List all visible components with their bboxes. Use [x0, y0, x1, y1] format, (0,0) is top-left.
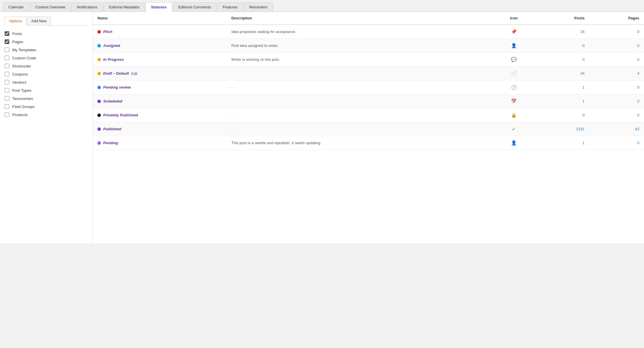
top-tab-features[interactable]: Features — [217, 2, 243, 12]
status-posts-privately-published[interactable]: 0 — [537, 108, 589, 122]
table-row: PitchIdea proposed; waiting for acceptan… — [93, 25, 644, 39]
status-desc-assigned: Post idea assigned to writer. — [227, 39, 491, 53]
status-link-published[interactable]: Published — [103, 127, 121, 131]
table-header-row: NameDescriptionIconPostsPages — [93, 12, 644, 25]
checkbox-item-field-groups: Field Groups — [5, 104, 88, 109]
status-posts-in-progress[interactable]: 0 — [537, 53, 589, 67]
checkbox-products[interactable] — [5, 112, 9, 117]
status-link-scheduled[interactable]: Scheduled — [103, 99, 122, 103]
checkbox-item-shortcoder: Shortcoder — [5, 64, 88, 68]
table-row: PendingThis post is a rewrite and republ… — [93, 136, 644, 150]
checkbox-posts[interactable] — [5, 31, 9, 36]
status-posts-draft-default[interactable]: 34 — [537, 67, 589, 80]
status-posts-scheduled[interactable]: 1 — [537, 94, 589, 108]
col-header-posts: Posts — [537, 12, 589, 25]
right-panel: NameDescriptionIconPostsPages PitchIdea … — [93, 12, 644, 243]
sub-tab-add-new[interactable]: Add New — [27, 17, 51, 25]
status-icon-pending: 👤 — [491, 136, 537, 150]
status-color-dot-draft-default — [97, 72, 101, 75]
status-name-wrapper-pending: Pending — [97, 141, 222, 145]
status-name-cell-pending-review: Pending review — [93, 80, 227, 94]
status-desc-privately-published: - — [227, 108, 491, 122]
status-posts-pitch[interactable]: 16 — [537, 25, 589, 39]
checkbox-item-taxonomies: Taxonomies — [5, 96, 88, 101]
top-tab-statuses[interactable]: Statuses — [145, 2, 172, 12]
status-pages-published[interactable]: 62 — [589, 122, 644, 136]
status-pages-assigned[interactable]: 0 — [589, 39, 644, 53]
status-pages-privately-published[interactable]: 0 — [589, 108, 644, 122]
status-color-dot-assigned — [97, 44, 101, 47]
status-pages-pending-review[interactable]: 0 — [589, 80, 644, 94]
status-posts-assigned[interactable]: 0 — [537, 39, 589, 53]
checkbox-item-products: Products — [5, 112, 88, 117]
status-color-dot-privately-published — [97, 113, 101, 117]
status-link-assigned[interactable]: Assigned — [103, 43, 120, 48]
checkbox-label-products: Products — [12, 113, 28, 117]
checkbox-item-pages: Pages — [5, 39, 88, 44]
edit-link-draft-default[interactable]: Edit — [131, 72, 137, 76]
status-icon-privately-published: 🔒 — [491, 108, 537, 122]
checkbox-item-coupons: Coupons — [5, 72, 88, 76]
status-desc-scheduled: - — [227, 94, 491, 108]
top-tab-content-overview[interactable]: Content Overview — [30, 2, 71, 12]
table-row: Scheduled-📅10 — [93, 94, 644, 108]
status-posts-pending-review[interactable]: 1 — [537, 80, 589, 94]
checkbox-shortcoder[interactable] — [5, 64, 9, 68]
table-row: Published-✓215162 — [93, 122, 644, 136]
status-link-in-progress[interactable]: In Progress — [103, 57, 124, 62]
top-tab-calendar[interactable]: Calendar — [3, 2, 29, 12]
status-pages-pitch[interactable]: 0 — [589, 25, 644, 39]
checkbox-label-taxonomies: Taxonomies — [12, 96, 33, 101]
status-pages-scheduled[interactable]: 0 — [589, 94, 644, 108]
status-desc-pitch: Idea proposed; waiting for acceptance. — [227, 25, 491, 39]
checkbox-item-post-types: Post Types — [5, 88, 88, 93]
checkbox-pages[interactable] — [5, 39, 9, 44]
status-desc-pending: This post is a rewrite and republish, it… — [227, 136, 491, 150]
top-tab-editorial-comments[interactable]: Editorial Comments — [173, 2, 217, 12]
top-tab-editorial-metadata[interactable]: Editorial Metadata — [103, 2, 145, 12]
checkbox-label-posts: Posts — [12, 32, 22, 36]
status-link-pending[interactable]: Pending — [103, 141, 118, 145]
status-posts-published[interactable]: 2151 — [537, 122, 589, 136]
status-pages-pending[interactable]: 0 — [589, 136, 644, 150]
status-desc-published: - — [227, 122, 491, 136]
status-name-wrapper-scheduled: Scheduled — [97, 99, 222, 103]
status-pages-in-progress[interactable]: 0 — [589, 53, 644, 67]
checkbox-label-pages: Pages — [12, 40, 23, 44]
status-link-privately-published[interactable]: Privately Published — [103, 113, 138, 117]
status-name-wrapper-assigned: Assigned — [97, 43, 222, 48]
sub-tab-options[interactable]: Options — [5, 17, 26, 25]
status-link-pending-review[interactable]: Pending review — [103, 85, 131, 89]
checkbox-coupons[interactable] — [5, 72, 9, 76]
left-panel: OptionsAdd New PostsPagesMy TemplatesCus… — [0, 12, 93, 243]
checkbox-post-types[interactable] — [5, 88, 9, 93]
checkbox-custom-code[interactable] — [5, 56, 9, 60]
status-icon-assigned: 👤 — [491, 39, 537, 53]
status-icon-published: ✓ — [491, 122, 537, 136]
checkbox-label-post-types: Post Types — [12, 88, 32, 93]
table-body: PitchIdea proposed; waiting for acceptan… — [93, 25, 644, 150]
status-name-cell-pending: Pending — [93, 136, 227, 150]
checkbox-taxonomies[interactable] — [5, 96, 9, 101]
status-link-draft-default[interactable]: Draft – Default — [103, 71, 129, 76]
col-header-icon: Icon — [491, 12, 537, 25]
status-pages-draft-default[interactable]: 4 — [589, 67, 644, 80]
status-name-wrapper-pitch: Pitch — [97, 30, 222, 34]
status-color-dot-in-progress — [97, 58, 101, 61]
status-posts-pending[interactable]: 1 — [537, 136, 589, 150]
status-name-cell-privately-published: Privately Published — [93, 108, 227, 122]
top-tab-notifications[interactable]: Notifications — [71, 2, 103, 12]
checkbox-vendors[interactable] — [5, 80, 9, 85]
checkbox-my-templates[interactable] — [5, 47, 9, 52]
checkbox-field-groups[interactable] — [5, 104, 9, 109]
table-row: Draft – DefaultEdit-📄344 — [93, 67, 644, 80]
table-row: AssignedPost idea assigned to writer.👤00 — [93, 39, 644, 53]
status-name-wrapper-in-progress: In Progress — [97, 57, 222, 62]
table-row: Pending review-🕐10 — [93, 80, 644, 94]
status-link-pitch[interactable]: Pitch — [103, 30, 112, 34]
status-name-cell-scheduled: Scheduled — [93, 94, 227, 108]
status-name-wrapper-published: Published — [97, 127, 222, 131]
checkbox-label-coupons: Coupons — [12, 72, 28, 76]
top-tab-reminders[interactable]: Reminders — [244, 2, 273, 12]
status-name-cell-published: Published — [93, 122, 227, 136]
